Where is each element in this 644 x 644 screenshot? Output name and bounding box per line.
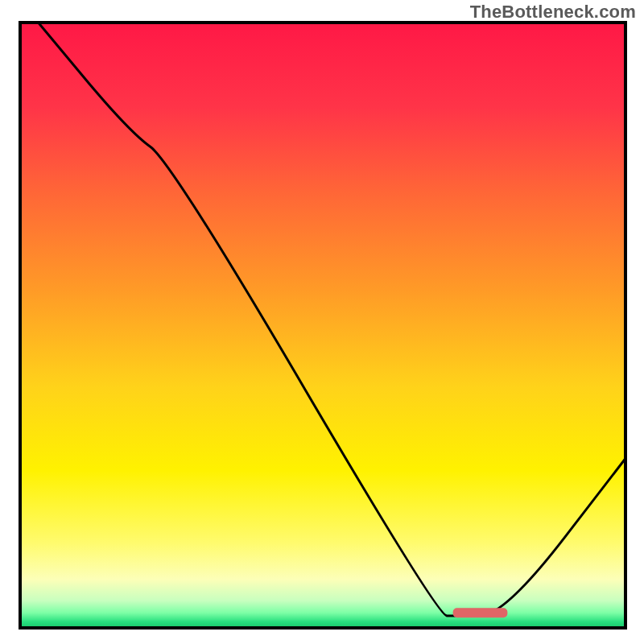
bottleneck-plot <box>0 0 644 644</box>
gradient-background <box>20 23 625 628</box>
chart-canvas: TheBottleneck.com <box>0 0 644 644</box>
optimal-range-marker <box>453 608 508 617</box>
